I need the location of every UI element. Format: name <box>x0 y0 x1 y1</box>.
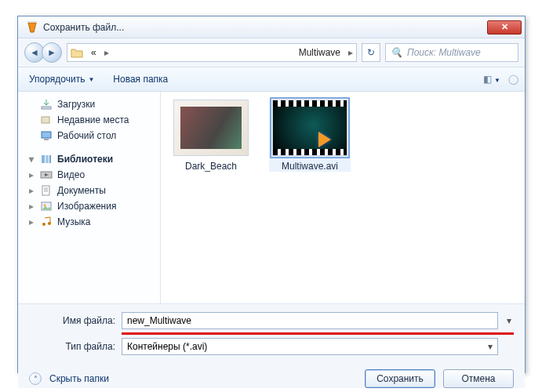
file-view[interactable]: Dark_Beach Multiwave.avi <box>161 92 525 303</box>
svg-rect-4 <box>44 139 49 140</box>
svg-rect-2 <box>42 117 49 123</box>
new-folder-button[interactable]: Новая папка <box>108 72 173 86</box>
libraries-icon <box>40 154 53 165</box>
tree-label: Рабочий стол <box>57 130 116 141</box>
hide-folders-label: Скрыть папки <box>49 373 109 384</box>
file-label: Multiwave.avi <box>269 161 351 172</box>
refresh-button[interactable]: ↻ <box>362 43 380 62</box>
filename-input[interactable] <box>122 312 498 329</box>
folder-label: Dark_Beach <box>170 161 252 172</box>
tree-label: Библиотеки <box>57 154 113 165</box>
toolbar: Упорядочить ▼ Новая папка ◧ ▼ ◯ <box>18 67 525 92</box>
tree-pictures[interactable]: ▸Изображения <box>26 198 157 214</box>
new-folder-label: Новая папка <box>113 74 168 85</box>
organize-label: Упорядочить <box>29 74 85 85</box>
tree-label: Музыка <box>57 216 90 227</box>
tree-music[interactable]: ▸Музыка <box>26 214 157 230</box>
tree-label: Недавние места <box>57 114 129 125</box>
filetype-label: Тип файла: <box>29 341 115 352</box>
video-icon <box>40 169 53 180</box>
titlebar: Сохранить файл... ✕ <box>18 16 525 38</box>
filetype-value: Контейнеры (*.avi) <box>127 341 207 352</box>
tree-label: Загрузки <box>57 99 95 110</box>
filetype-select[interactable]: Контейнеры (*.avi) ▾ <box>122 338 498 355</box>
tree-label: Документы <box>57 185 106 196</box>
organize-button[interactable]: Упорядочить ▼ <box>24 72 99 86</box>
svg-rect-3 <box>42 132 51 138</box>
video-thumbnail <box>272 100 347 156</box>
help-button[interactable]: ◯ <box>508 74 518 85</box>
save-button[interactable]: Сохранить <box>365 369 435 388</box>
tree-desktop[interactable]: Рабочий стол <box>26 128 157 143</box>
svg-point-11 <box>44 205 46 207</box>
search-placeholder: Поиск: Multiwave <box>407 47 481 58</box>
svg-rect-5 <box>42 155 45 163</box>
filename-dropdown[interactable]: ▾ <box>504 315 514 326</box>
view-options-button[interactable]: ◧ ▼ <box>483 74 500 85</box>
nav-buttons: ◄ ► <box>24 42 62 63</box>
collapse-icon[interactable]: ˄ <box>29 372 42 385</box>
tree-recent[interactable]: Недавние места <box>26 112 157 128</box>
tree-downloads[interactable]: Загрузки <box>26 96 157 112</box>
nav-row: ◄ ► « ▸ Multiwave ▸ ↻ 🔍 Поиск: Multiwave <box>18 38 525 67</box>
svg-rect-1 <box>42 107 51 109</box>
app-icon <box>26 21 38 34</box>
file-tile-selected[interactable]: Multiwave.avi <box>269 100 351 172</box>
recent-icon <box>40 114 53 125</box>
svg-point-12 <box>42 223 45 226</box>
folder-tile[interactable]: Dark_Beach <box>170 100 252 172</box>
highlight-annotation <box>122 332 514 335</box>
svg-rect-6 <box>45 155 49 163</box>
close-button[interactable]: ✕ <box>487 20 522 34</box>
window-title: Сохранить файл... <box>43 22 487 33</box>
svg-rect-9 <box>42 186 49 195</box>
search-input[interactable]: 🔍 Поиск: Multiwave <box>385 43 518 62</box>
chevron-down-icon: ▼ <box>494 77 500 84</box>
desktop-icon <box>40 130 53 141</box>
tree-label: Видео <box>57 169 85 180</box>
navigation-tree: Загрузки Недавние места Рабочий стол ▾Би… <box>18 92 161 303</box>
collapse-icon[interactable]: ▾ <box>27 154 35 165</box>
cancel-label: Отмена <box>461 373 495 384</box>
svg-rect-0 <box>27 21 37 23</box>
tree-label: Изображения <box>57 201 116 212</box>
folder-thumbnail <box>173 100 249 156</box>
save-dialog: Сохранить файл... ✕ ◄ ► « ▸ Multiwave ▸ … <box>17 16 526 373</box>
hide-folders-link[interactable]: Скрыть папки <box>49 373 109 384</box>
breadcrumb-current[interactable]: Multiwave <box>294 47 345 58</box>
svg-point-13 <box>48 222 51 225</box>
form-area: Имя файла: ▾ Тип файла: Контейнеры (*.av… <box>18 303 525 361</box>
documents-icon <box>40 185 53 196</box>
chevron-down-icon: ▼ <box>88 76 94 83</box>
breadcrumb[interactable]: « ▸ Multiwave ▸ <box>67 43 357 62</box>
tree-libraries[interactable]: ▾Библиотеки <box>26 151 157 167</box>
cancel-button[interactable]: Отмена <box>443 369 514 388</box>
forward-button[interactable]: ► <box>42 42 62 63</box>
save-label: Сохранить <box>376 373 424 384</box>
search-icon: 🔍 <box>391 47 402 58</box>
pictures-icon <box>40 201 53 212</box>
tree-video[interactable]: ▸Видео <box>26 167 157 183</box>
footer: ˄ Скрыть папки Сохранить Отмена <box>18 361 525 388</box>
chevron-right-icon: ▸ <box>348 47 353 58</box>
filename-label: Имя файла: <box>29 315 115 326</box>
breadcrumb-root[interactable]: « <box>86 47 101 58</box>
tree-documents[interactable]: ▸Документы <box>26 183 157 198</box>
chevron-down-icon: ▾ <box>488 341 493 352</box>
folder-icon <box>71 47 83 58</box>
chevron-right-icon: ▸ <box>104 47 109 58</box>
svg-rect-7 <box>49 155 51 163</box>
music-icon <box>40 216 53 227</box>
downloads-icon <box>40 99 53 110</box>
